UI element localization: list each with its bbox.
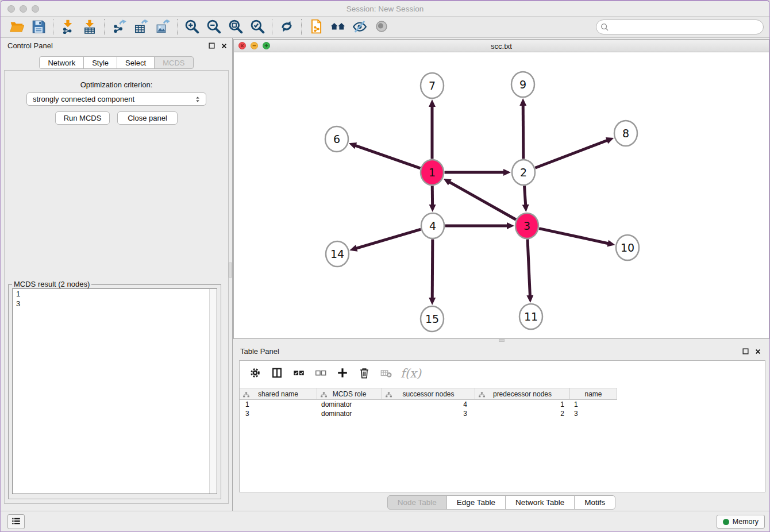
graph-node-7[interactable]: 7	[421, 73, 444, 98]
float-table-panel-icon[interactable]	[742, 347, 749, 357]
graph-edge-1-6[interactable]	[354, 145, 420, 168]
table-toolbar: f(x)	[240, 361, 765, 386]
zoom-selected-icon	[250, 19, 265, 36]
svg-text:3: 3	[523, 219, 530, 232]
toolbar-separator	[53, 19, 53, 35]
delete-columns-button[interactable]	[355, 364, 374, 383]
graph-node-6[interactable]: 6	[325, 126, 348, 152]
fit-content-button[interactable]	[225, 18, 246, 36]
column-header-shared-name[interactable]: shared name	[240, 388, 317, 400]
import-table-button[interactable]	[79, 18, 100, 36]
graph-edge-arrowhead	[429, 99, 436, 107]
column-header-name[interactable]: name	[570, 388, 617, 400]
float-panel-icon[interactable]	[208, 41, 215, 52]
tab-style[interactable]: Style	[83, 56, 117, 69]
graph-node-10[interactable]: 10	[616, 235, 639, 260]
table-row[interactable]: 1 dominator 4 1 1	[240, 400, 765, 409]
graph-edge-arrowhead	[606, 137, 614, 144]
cell-shared-name[interactable]: 3	[240, 409, 317, 418]
criterion-select[interactable]: strongly connected component	[26, 92, 206, 106]
cell-mcds-role[interactable]: dominator	[317, 409, 382, 418]
table-row[interactable]: 3 dominator 3 2 3	[240, 409, 765, 418]
open-session-button[interactable]	[6, 18, 27, 36]
cell-predecessor-nodes[interactable]: 2	[475, 409, 570, 418]
import-network-button[interactable]	[57, 18, 78, 36]
mcds-result-item[interactable]: 1	[13, 289, 217, 299]
hide-selected-button[interactable]	[349, 18, 370, 36]
zoom-in-button[interactable]	[182, 18, 202, 36]
graph-edge-4-15[interactable]	[432, 239, 433, 299]
tab-edge-table[interactable]: Edge Table	[446, 495, 506, 510]
cell-mcds-role[interactable]: dominator	[317, 400, 382, 409]
column-tree-icon	[385, 391, 392, 399]
graph-edge-3-11[interactable]	[528, 239, 530, 297]
graph-node-9[interactable]: 9	[511, 72, 534, 97]
graph-node-8[interactable]: 8	[614, 121, 637, 146]
select-all-columns-button[interactable]	[289, 364, 309, 383]
cell-successor-nodes[interactable]: 4	[382, 400, 475, 409]
close-panel-icon[interactable]	[221, 41, 228, 52]
graph-node-11[interactable]: 11	[519, 304, 542, 329]
graph-node-4[interactable]: 4	[421, 213, 444, 238]
cell-name[interactable]: 1	[570, 400, 617, 409]
first-neighbors-icon	[330, 19, 345, 36]
close-panel-button[interactable]: Close panel	[117, 111, 178, 125]
cell-predecessor-nodes[interactable]: 1	[475, 400, 570, 409]
tab-node-table[interactable]: Node Table	[387, 495, 447, 510]
horizontal-splitter-handle[interactable]	[499, 339, 505, 342]
graph-node-3[interactable]: 3	[515, 213, 538, 238]
mcds-result-item[interactable]: 3	[13, 299, 217, 309]
tab-mcds[interactable]: MCDS	[154, 56, 193, 69]
zoom-out-button[interactable]	[203, 18, 224, 36]
graph-edge-2-8[interactable]	[535, 140, 609, 168]
show-all-button[interactable]	[371, 18, 392, 36]
mcds-result-list[interactable]: 1 3	[12, 288, 217, 494]
export-table-button[interactable]	[130, 18, 151, 36]
add-column-icon	[336, 367, 349, 381]
zoom-selected-button[interactable]	[247, 18, 268, 36]
column-header-successor-nodes[interactable]: successor nodes	[382, 388, 475, 400]
toolbar-separator	[272, 19, 272, 35]
graph-node-2[interactable]: 2	[512, 160, 535, 185]
graph-node-14[interactable]: 14	[326, 241, 349, 267]
cell-shared-name[interactable]: 1	[240, 400, 317, 409]
graph-edge-3-1[interactable]	[448, 182, 516, 219]
svg-text:1: 1	[429, 166, 436, 179]
tab-network-table[interactable]: Network Table	[505, 495, 575, 510]
table-panel: Table Panel f(x) shared name MCDS role s…	[233, 344, 769, 511]
graph-edge-2-3[interactable]	[525, 186, 526, 206]
vertical-splitter-handle[interactable]	[229, 263, 232, 277]
tab-network[interactable]: Network	[39, 56, 84, 69]
graph-edge-4-14[interactable]	[355, 229, 421, 249]
search-input[interactable]	[596, 20, 764, 34]
export-image-button[interactable]	[152, 18, 173, 36]
apply-preferred-layout-button[interactable]	[276, 18, 297, 36]
run-mcds-button[interactable]: Run MCDS	[55, 111, 110, 125]
show-panels-list-button[interactable]	[7, 514, 25, 529]
export-network-button[interactable]	[109, 18, 129, 36]
save-session-button[interactable]	[28, 18, 49, 36]
graph-node-15[interactable]: 15	[421, 306, 444, 331]
settings-gear-button[interactable]	[245, 364, 265, 383]
first-neighbors-button[interactable]	[328, 18, 348, 36]
cell-name[interactable]: 3	[570, 409, 617, 418]
column-header-mcds-role[interactable]: MCDS role	[317, 388, 382, 400]
select-all-columns-icon	[292, 367, 305, 381]
column-header-predecessor-nodes[interactable]: predecessor nodes	[475, 388, 570, 400]
svg-text:8: 8	[622, 127, 629, 140]
mcds-result-scrollbar[interactable]	[209, 289, 217, 494]
import-table-icon	[82, 19, 97, 36]
tab-select[interactable]: Select	[117, 56, 155, 69]
add-column-button[interactable]	[333, 364, 352, 383]
cell-successor-nodes[interactable]: 3	[382, 409, 475, 418]
graph-edge-3-10[interactable]	[539, 229, 610, 244]
memory-button[interactable]: Memory	[717, 515, 765, 529]
new-network-from-selection-button[interactable]	[306, 18, 326, 36]
graph-edge-2-9[interactable]	[523, 104, 523, 159]
network-canvas[interactable]: 1234678910111415	[234, 52, 769, 338]
graph-node-1[interactable]: 1	[421, 160, 444, 185]
show-columns-button[interactable]	[267, 364, 287, 383]
tab-motifs[interactable]: Motifs	[574, 495, 615, 510]
unselect-all-columns-button[interactable]	[311, 364, 330, 383]
close-table-panel-icon[interactable]	[754, 347, 761, 357]
